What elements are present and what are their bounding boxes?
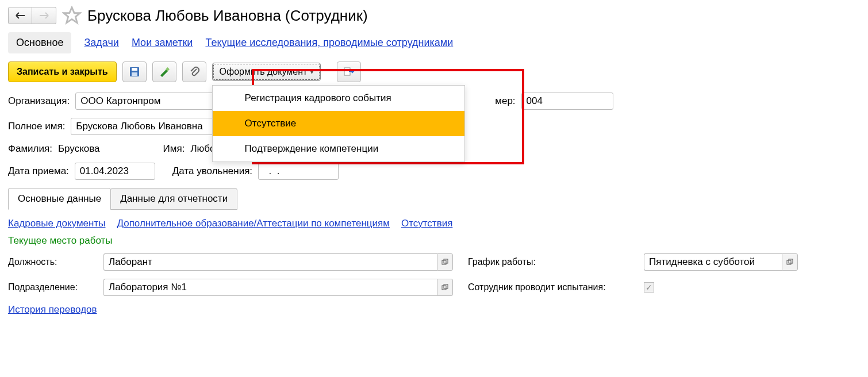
organization-label: Организация:: [8, 95, 70, 107]
conducts-tests-checkbox: ✓: [644, 282, 654, 293]
create-document-dropdown[interactable]: Оформить документ ▾: [212, 63, 321, 81]
caret-down-icon: ▾: [310, 69, 313, 75]
fire-date-label: Дата увольнения:: [172, 166, 252, 177]
position-input[interactable]: [103, 253, 437, 271]
open-external-icon: [441, 259, 448, 266]
favorite-star-icon[interactable]: [62, 6, 82, 25]
create-document-label: Оформить документ: [220, 67, 308, 77]
arrow-left-icon: [14, 11, 26, 20]
nav-forward-button[interactable]: [32, 7, 56, 24]
surname-label: Фамилия:: [8, 143, 52, 155]
conducts-tests-label: Сотрудник проводит испытания:: [468, 282, 635, 293]
position-open-button[interactable]: [437, 253, 453, 271]
name-label: Имя:: [163, 143, 185, 155]
paperclip-icon: [189, 66, 199, 78]
schedule-open-button[interactable]: [782, 253, 798, 271]
svg-rect-2: [132, 68, 137, 71]
menu-item-confirm-competence[interactable]: Подтверждение компетенции: [213, 136, 464, 161]
open-external-icon: [786, 259, 793, 266]
menu-item-absence[interactable]: Отсутствие: [213, 111, 464, 136]
svg-marker-0: [64, 7, 80, 23]
open-external-icon: [441, 284, 448, 291]
create-document-menu: Регистрация кадрового события Отсутствие…: [212, 85, 465, 162]
save-and-close-button[interactable]: Записать и закрыть: [8, 61, 117, 82]
tab-tasks[interactable]: Задачи: [84, 32, 118, 53]
link-education[interactable]: Дополнительное образование/Аттестации по…: [117, 218, 389, 229]
schedule-input[interactable]: [644, 253, 782, 271]
tab-report-data[interactable]: Данные для отчетности: [110, 188, 237, 210]
save-button[interactable]: [122, 61, 147, 82]
export-icon: [343, 66, 355, 78]
section-current-job: Текущее место работы: [8, 235, 860, 247]
tab-research[interactable]: Текущие исследования, проводимые сотрудн…: [205, 32, 453, 53]
floppy-icon: [129, 67, 140, 77]
tab-main[interactable]: Основное: [8, 32, 71, 53]
tab-notes[interactable]: Мои заметки: [132, 32, 193, 53]
department-open-button[interactable]: [437, 279, 453, 296]
svg-rect-3: [132, 72, 137, 76]
arrow-right-icon: [39, 11, 50, 20]
number-input[interactable]: [521, 93, 613, 110]
fullname-label: Полное имя:: [8, 121, 65, 132]
number-label: мер:: [495, 95, 515, 107]
tab-main-data[interactable]: Основные данные: [8, 188, 111, 210]
position-label: Должность:: [8, 257, 94, 267]
department-input[interactable]: [103, 279, 437, 296]
nav-back-button[interactable]: [8, 7, 32, 24]
page-title: Брускова Любовь Ивановна (Сотрудник): [87, 7, 368, 25]
department-label: Подразделение:: [8, 282, 94, 293]
link-hr-documents[interactable]: Кадровые документы: [8, 218, 105, 229]
attachment-button[interactable]: [182, 61, 206, 82]
highlighter-button[interactable]: [152, 61, 176, 82]
hire-date-label: Дата приема:: [8, 166, 69, 177]
fire-date-input[interactable]: [258, 163, 339, 180]
link-transfer-history[interactable]: История переводов: [8, 304, 97, 315]
export-button[interactable]: [337, 61, 361, 82]
menu-item-register-event[interactable]: Регистрация кадрового события: [213, 86, 464, 111]
schedule-label: График работы:: [468, 257, 635, 267]
hire-date-input[interactable]: [75, 163, 155, 180]
link-absences[interactable]: Отсутствия: [401, 218, 452, 229]
surname-value: Брускова: [58, 143, 100, 155]
highlighter-icon: [159, 66, 170, 78]
